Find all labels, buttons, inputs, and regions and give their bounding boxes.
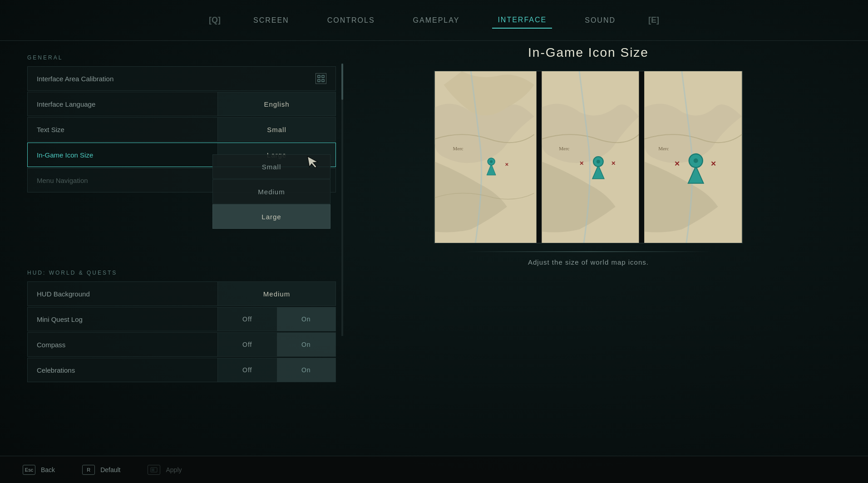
back-key-badge: Esc bbox=[23, 465, 35, 475]
bottom-bar: Esc Back R Default Apply bbox=[0, 456, 868, 483]
text-size-label: Text Size bbox=[28, 118, 217, 141]
svg-rect-1 bbox=[322, 75, 324, 78]
back-action[interactable]: Esc Back bbox=[23, 465, 55, 475]
preview-title: In-Game Icon Size bbox=[528, 45, 649, 60]
preview-panel: In-Game Icon Size Merc ✕ bbox=[327, 45, 850, 447]
hud-section-label: HUD: WORLD & QUESTS bbox=[27, 270, 336, 276]
hud-bg-label: HUD Background bbox=[28, 282, 217, 306]
svg-text:Merc: Merc bbox=[658, 146, 669, 151]
svg-text:✕: ✕ bbox=[579, 160, 584, 167]
celebrations-off[interactable]: Off bbox=[218, 358, 277, 382]
setting-row-quest-log[interactable]: Mini Quest Log Off On bbox=[27, 307, 336, 331]
preview-divider bbox=[466, 251, 711, 252]
svg-rect-0 bbox=[318, 75, 320, 78]
quest-log-label: Mini Quest Log bbox=[28, 307, 217, 331]
setting-row-text-size[interactable]: Text Size Small bbox=[27, 117, 336, 142]
svg-rect-2 bbox=[318, 79, 320, 82]
celebrations-label: Celebrations bbox=[28, 358, 217, 382]
default-action[interactable]: R Default bbox=[82, 465, 120, 475]
nav-screen[interactable]: Screen bbox=[248, 13, 295, 28]
svg-rect-10 bbox=[537, 71, 542, 243]
nav-gameplay[interactable]: Gameplay bbox=[408, 13, 465, 28]
apply-label: Apply bbox=[166, 466, 182, 473]
quest-log-toggle: Off On bbox=[217, 307, 335, 331]
default-key-badge: R bbox=[82, 465, 95, 475]
setting-row-hud-background[interactable]: HUD Background Medium bbox=[27, 281, 336, 306]
svg-text:Merc: Merc bbox=[559, 146, 569, 151]
svg-point-9 bbox=[490, 160, 493, 163]
svg-text:✕: ✕ bbox=[611, 160, 616, 167]
next-bracket[interactable]: [E] bbox=[648, 15, 659, 25]
svg-point-17 bbox=[597, 160, 600, 163]
nav-sound[interactable]: Sound bbox=[579, 13, 621, 28]
language-label: Interface Language bbox=[28, 92, 217, 116]
setting-row-calibration[interactable]: Interface Area Calibration bbox=[27, 66, 336, 91]
setting-row-celebrations[interactable]: Celebrations Off On bbox=[27, 358, 336, 382]
apply-action[interactable]: Apply bbox=[148, 465, 182, 475]
compass-label: Compass bbox=[28, 333, 217, 356]
prev-bracket[interactable]: [Q] bbox=[209, 15, 221, 25]
hud-bg-value: Medium bbox=[217, 282, 335, 306]
calibration-label: Interface Area Calibration bbox=[37, 75, 113, 83]
setting-row-compass[interactable]: Compass Off On bbox=[27, 332, 336, 357]
calibration-icon bbox=[316, 73, 326, 84]
svg-point-25 bbox=[694, 158, 698, 163]
celebrations-toggle: Off On bbox=[217, 358, 335, 382]
svg-text:✕: ✕ bbox=[710, 160, 716, 168]
top-navigation: [Q] Screen Controls Gameplay Interface S… bbox=[0, 0, 868, 41]
text-size-value: Small bbox=[217, 118, 335, 141]
quest-log-off[interactable]: Off bbox=[218, 307, 277, 331]
svg-text:✕: ✕ bbox=[674, 160, 680, 168]
icon-size-label: In-Game Icon Size bbox=[28, 143, 217, 167]
settings-panel: GENERAL Interface Area Calibration Inter… bbox=[27, 45, 336, 456]
back-label: Back bbox=[41, 466, 55, 473]
language-value: English bbox=[217, 92, 335, 116]
preview-description: Adjust the size of world map icons. bbox=[528, 258, 649, 266]
svg-text:Merc: Merc bbox=[453, 146, 464, 151]
nav-interface[interactable]: Interface bbox=[492, 12, 552, 29]
dropdown-option-large[interactable]: Large bbox=[212, 204, 330, 229]
setting-row-language[interactable]: Interface Language English bbox=[27, 92, 336, 116]
svg-rect-3 bbox=[322, 79, 324, 82]
svg-text:✕: ✕ bbox=[505, 162, 508, 167]
compass-toggle: Off On bbox=[217, 333, 335, 356]
map-preview: Merc ✕ Merc ✕ ✕ bbox=[434, 71, 743, 243]
hud-settings-list: HUD Background Medium Mini Quest Log Off… bbox=[27, 281, 336, 382]
general-section-label: GENERAL bbox=[27, 54, 336, 61]
default-label: Default bbox=[100, 466, 120, 473]
dropdown-option-medium[interactable]: Medium bbox=[212, 179, 330, 204]
svg-rect-27 bbox=[152, 468, 154, 471]
compass-off[interactable]: Off bbox=[218, 333, 277, 356]
nav-controls[interactable]: Controls bbox=[322, 13, 380, 28]
apply-key-badge bbox=[148, 465, 160, 475]
svg-rect-18 bbox=[639, 71, 644, 243]
